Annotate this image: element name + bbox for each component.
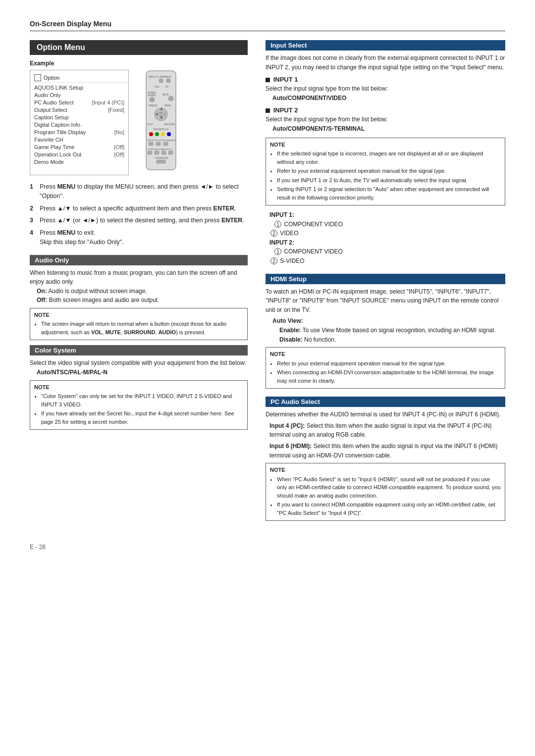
menu-icon bbox=[34, 74, 41, 81]
svg-point-2 bbox=[159, 79, 163, 83]
menu-row-caption: Caption Setup bbox=[30, 113, 128, 121]
input-select-header: Input Select bbox=[266, 40, 505, 50]
menu-row-game: Game Play Time[Off] bbox=[30, 143, 128, 151]
menu-option-item: Option bbox=[30, 73, 128, 83]
svg-text:SURROUND: SURROUND bbox=[155, 157, 168, 159]
pc-audio-input4-label: Input 4 (PC): bbox=[269, 422, 305, 429]
svg-rect-37 bbox=[157, 160, 165, 163]
pc-audio-section: PC Audio Select Determines whether the A… bbox=[266, 397, 505, 521]
step-2: 2 Press ▲/▼ to select a specific adjustm… bbox=[30, 204, 248, 213]
remote-illustration: INPUT FLASHBACK VOL CH POWER SAVING MUTE… bbox=[134, 70, 193, 175]
audio-only-off: Off: Both screen images and audio are ou… bbox=[30, 297, 159, 303]
svg-point-24 bbox=[155, 132, 159, 136]
input1-label: INPUT 1 bbox=[273, 76, 298, 83]
menu-row-demo: Demo Mode bbox=[30, 158, 128, 165]
svg-point-23 bbox=[149, 132, 153, 136]
left-column: Option Menu Example Option AQUOS LINK Se… bbox=[30, 40, 248, 529]
svg-rect-29 bbox=[156, 142, 160, 146]
svg-text:FAVORITE CH: FAVORITE CH bbox=[154, 128, 168, 131]
svg-point-10 bbox=[168, 96, 173, 101]
svg-text:CH: CH bbox=[165, 85, 169, 88]
pc-audio-input6: Input 6 (HDMI): Select this item when th… bbox=[266, 442, 505, 460]
input1-section: INPUT 1 Select the input signal type fro… bbox=[266, 76, 505, 102]
hdmi-auto-view: Auto View: Enable: To use View Mode base… bbox=[266, 316, 505, 344]
hdmi-setup-section: HDMI Setup To watch an HDMI or PC-IN equ… bbox=[266, 274, 505, 389]
svg-text:FREEZE: FREEZE bbox=[149, 104, 158, 107]
input2-bullet bbox=[266, 108, 270, 113]
input1-body: Select the input signal type from the li… bbox=[266, 84, 505, 102]
input-select-section: Input Select If the image does not come … bbox=[266, 40, 505, 266]
svg-rect-32 bbox=[148, 151, 152, 154]
svg-text:ENTER: ENTER bbox=[159, 113, 167, 116]
menu-row-aquos: AQUOS LINK Setup bbox=[30, 84, 128, 91]
menu-row-program: Program Title Display[No] bbox=[30, 128, 128, 136]
menu-row-pcaudio: PC Audio Select[Input 4 (PC)] bbox=[30, 99, 128, 106]
page-footer: E - 28 bbox=[30, 544, 505, 551]
option-menu-title: Option Menu bbox=[30, 40, 248, 55]
steps-list: 1 Press MENU to display the MENU screen,… bbox=[30, 182, 248, 247]
svg-point-3 bbox=[166, 79, 170, 83]
hdmi-setup-header: HDMI Setup bbox=[266, 274, 505, 284]
svg-text:SLEEP AUDIO A/MODE CC: SLEEP AUDIO A/MODE CC bbox=[148, 148, 172, 151]
right-column: Input Select If the image does not come … bbox=[266, 40, 505, 529]
menu-row-digital: Digital Caption Info. bbox=[30, 121, 128, 128]
svg-text:SAVING: SAVING bbox=[148, 94, 156, 97]
audio-only-on: On: Audio is output without screen image… bbox=[30, 288, 147, 295]
menu-row-audio: Audio Only bbox=[30, 91, 128, 99]
svg-point-25 bbox=[161, 132, 165, 136]
input2-body: Select the input signal type from the li… bbox=[266, 115, 505, 133]
menu-box: Option AQUOS LINK Setup Audio Only PC Au… bbox=[30, 70, 129, 175]
svg-rect-28 bbox=[149, 142, 153, 146]
pc-audio-note: NOTE When "PC Audio Select" is set to "I… bbox=[266, 463, 505, 521]
step-4: 4 Press MENU to exit.Skip this step for … bbox=[30, 228, 248, 247]
color-system-body: Select the video signal system compatibl… bbox=[30, 358, 248, 377]
menu-illustration: Option AQUOS LINK Setup Audio Only PC Au… bbox=[30, 70, 248, 175]
page-header-title: On-Screen Display Menu bbox=[30, 20, 111, 28]
input2-value: Auto/COMPONENT/S-TERMINAL bbox=[266, 125, 365, 132]
menu-row-output: Output Select[Fixed] bbox=[30, 106, 128, 113]
pc-audio-input4: Input 4 (PC): Select this item when the … bbox=[266, 421, 505, 440]
svg-text:INPUT FLASHBACK: INPUT FLASHBACK bbox=[149, 75, 172, 78]
input-priority: INPUT 1: 1 COMPONENT VIDEO 2 VIDEO INPUT… bbox=[266, 210, 505, 266]
step-3: 3 Press ▲/▼ (or ◄/►) to select the desir… bbox=[30, 216, 248, 225]
svg-rect-33 bbox=[155, 151, 159, 154]
color-system-note: NOTE "Color System" can only be set for … bbox=[30, 380, 248, 430]
audio-only-body: When listening to music from a music pro… bbox=[30, 268, 248, 305]
svg-text:EXIT: EXIT bbox=[148, 123, 153, 126]
svg-text:◄: ◄ bbox=[155, 112, 159, 116]
pc-audio-input6-label: Input 6 (HDMI): bbox=[269, 443, 312, 450]
svg-point-26 bbox=[167, 132, 171, 136]
svg-rect-34 bbox=[161, 151, 166, 154]
example-label: Example bbox=[30, 60, 248, 67]
color-system-value: Auto/NTSC/PAL-M/PAL-N bbox=[30, 369, 107, 376]
svg-text:RETURN: RETURN bbox=[164, 123, 175, 126]
svg-rect-30 bbox=[163, 142, 168, 146]
svg-text:VOL: VOL bbox=[155, 85, 160, 88]
remote-svg: INPUT FLASHBACK VOL CH POWER SAVING MUTE… bbox=[134, 70, 188, 174]
page-header: On-Screen Display Menu bbox=[30, 20, 505, 31]
pc-audio-body: Determines whether the AUDIO terminal is… bbox=[266, 410, 505, 419]
audio-only-header: Audio Only bbox=[30, 255, 248, 265]
input1-value: Auto/COMPONENT/VIDEO bbox=[266, 95, 346, 101]
svg-text:REC/STOP OPTION FAVORITE: REC/STOP OPTION FAVORITE bbox=[148, 139, 176, 142]
svg-text:▲: ▲ bbox=[160, 106, 163, 111]
svg-point-8 bbox=[150, 97, 155, 102]
input2-priority-label: INPUT 2: bbox=[269, 239, 294, 246]
audio-only-note: NOTE The screen image will return to nor… bbox=[30, 308, 248, 341]
menu-option-label: Option bbox=[44, 75, 59, 81]
hdmi-setup-body: To watch an HDMI or PC-IN equipment imag… bbox=[266, 287, 505, 315]
menu-row-favorite: Favorite CH bbox=[30, 136, 128, 143]
input-select-note: NOTE If the selected signal type is inco… bbox=[266, 138, 505, 206]
pc-audio-header: PC Audio Select bbox=[266, 397, 505, 407]
input2-label: INPUT 2 bbox=[273, 106, 298, 114]
svg-text:MENU: MENU bbox=[164, 104, 171, 107]
menu-row-lock: Operation Lock Out[Off] bbox=[30, 151, 128, 158]
color-system-header: Color System bbox=[30, 345, 248, 355]
input-select-intro: If the image does not come in clearly fr… bbox=[266, 53, 505, 72]
input2-section: INPUT 2 Select the input signal type fro… bbox=[266, 106, 505, 133]
input1-bullet bbox=[266, 78, 270, 82]
input1-priority-label: INPUT 1: bbox=[269, 211, 294, 218]
page-number: E - 28 bbox=[30, 544, 46, 551]
svg-text:MUTE: MUTE bbox=[162, 94, 169, 96]
svg-rect-35 bbox=[168, 151, 173, 154]
